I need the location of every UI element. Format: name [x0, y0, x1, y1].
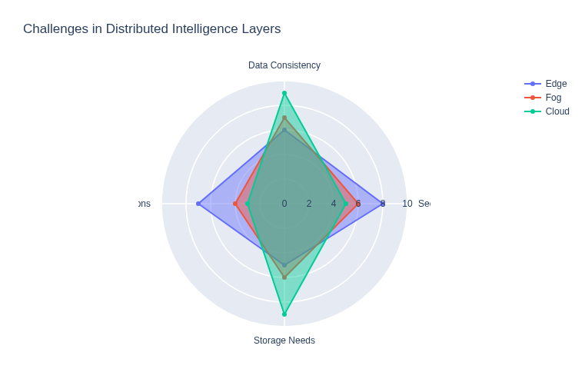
page-title: Challenges in Distributed Intelligence L…: [23, 22, 281, 37]
radar-tick-label: 6: [356, 198, 361, 209]
radar-point[interactable]: [282, 91, 287, 95]
radar-axis-label: Security: [418, 198, 430, 209]
chart-legend: EdgeFogCloud: [524, 77, 570, 118]
radar-axis-label: Bandwidth Limitations: [138, 198, 151, 209]
radar-point[interactable]: [196, 201, 201, 206]
legend-item-cloud[interactable]: Cloud: [524, 105, 570, 118]
radar-tick-label: 8: [381, 198, 386, 209]
radar-point[interactable]: [282, 312, 287, 317]
radar-tick-label: 10: [402, 198, 413, 209]
legend-item-fog[interactable]: Fog: [524, 91, 570, 105]
radar-tick-label: 4: [331, 198, 337, 209]
legend-swatch: [524, 107, 541, 116]
legend-label: Cloud: [546, 106, 570, 117]
radar-tick-label: 0: [282, 198, 288, 209]
radar-point[interactable]: [344, 201, 348, 206]
radar-chart: 0246810SecurityData ConsistencyBandwidth…: [138, 58, 430, 350]
legend-swatch: [524, 93, 541, 102]
legend-item-edge[interactable]: Edge: [524, 77, 570, 91]
legend-label: Fog: [546, 92, 562, 103]
svg-point-5: [530, 109, 535, 114]
svg-point-1: [530, 81, 535, 86]
radar-axis-label: Data Consistency: [248, 60, 321, 71]
svg-point-3: [530, 95, 535, 100]
radar-tick-label: 2: [307, 198, 312, 209]
radar-point[interactable]: [233, 201, 238, 206]
legend-swatch: [524, 79, 541, 88]
radar-point[interactable]: [245, 201, 250, 206]
radar-axis-label: Storage Needs: [254, 335, 315, 346]
legend-label: Edge: [546, 78, 567, 89]
